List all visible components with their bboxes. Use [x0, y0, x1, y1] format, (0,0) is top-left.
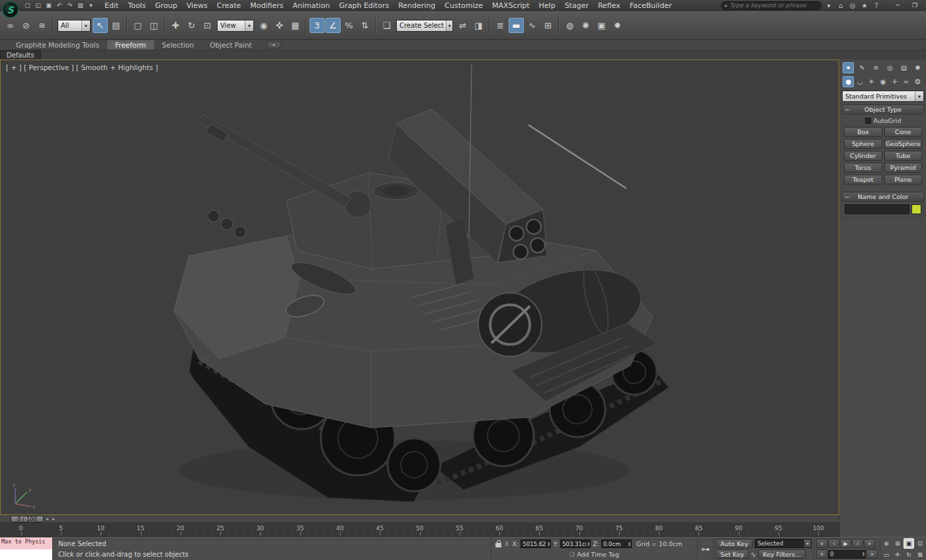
- time-step-forward-button[interactable]: ▸: [50, 516, 57, 522]
- absolute-mode-icon[interactable]: ⠿: [505, 541, 509, 547]
- select-and-scale-icon[interactable]: ⊡: [200, 18, 215, 33]
- add-time-tag-button[interactable]: Add Time Tag: [577, 551, 619, 558]
- menu-views[interactable]: Views: [182, 1, 212, 10]
- menu-tools[interactable]: Tools: [123, 1, 150, 10]
- render-setup-icon[interactable]: ✺: [578, 18, 593, 33]
- time-slider-handle[interactable]: 0 / 100: [11, 516, 44, 522]
- schematic-view-icon[interactable]: ⊞: [540, 18, 556, 33]
- infocenter-dropdown-icon[interactable]: ▾: [823, 2, 834, 9]
- category-lights[interactable]: ☀: [866, 76, 877, 87]
- tab-hierarchy[interactable]: ≋: [870, 62, 882, 73]
- snaps-toggle-icon[interactable]: 3: [310, 18, 325, 33]
- create-geosphere-button[interactable]: GeoSphere: [884, 139, 923, 149]
- bind-to-space-warp-icon[interactable]: ≋: [34, 18, 50, 33]
- ribbon-options-button[interactable]: ▾: [267, 41, 281, 48]
- ribbon-tab-selection[interactable]: Selection: [154, 40, 202, 50]
- set-keys-button[interactable]: ⊶: [697, 538, 713, 560]
- create-cone-button[interactable]: Cone: [884, 127, 923, 137]
- create-tube-button[interactable]: Tube: [884, 151, 923, 161]
- maximize-viewport-icon[interactable]: ⊠: [915, 549, 925, 560]
- align-icon[interactable]: ◨: [471, 18, 486, 33]
- selection-filter-dropdown[interactable]: All▼: [58, 20, 91, 32]
- selection-lock-icon[interactable]: [495, 543, 501, 547]
- tab-create[interactable]: ✦: [843, 62, 854, 73]
- zoom-extents-all-icon[interactable]: ⊡: [915, 538, 925, 549]
- create-selection-set-dropdown[interactable]: Create Selection S▼: [396, 20, 453, 32]
- z-coordinate-field[interactable]: [602, 541, 628, 547]
- render-production-icon[interactable]: ✹: [610, 18, 625, 33]
- layer-explorer-icon[interactable]: ≣: [493, 18, 508, 33]
- create-teapot-button[interactable]: Teapot: [844, 175, 882, 184]
- rendered-frame-window-icon[interactable]: ▣: [594, 18, 609, 33]
- category-space-warps[interactable]: ≈: [901, 76, 912, 87]
- menu-reflex[interactable]: Reflex: [593, 1, 625, 10]
- project-folder-icon[interactable]: ▧: [75, 2, 85, 9]
- spinner-down-icon[interactable]: ▼: [548, 544, 550, 547]
- menu-customize[interactable]: Customize: [440, 1, 487, 10]
- y-coordinate-field[interactable]: [561, 541, 587, 547]
- named-selection-sets-icon[interactable]: ❏: [379, 18, 394, 33]
- goto-start-button[interactable]: «: [816, 539, 827, 548]
- spinner-down-icon[interactable]: ▼: [628, 544, 630, 547]
- menu-stager[interactable]: Stager: [560, 1, 593, 10]
- category-shapes[interactable]: ◡: [855, 76, 866, 87]
- play-button[interactable]: ▶: [840, 539, 851, 548]
- menu-facebuilder[interactable]: FaceBuilder: [625, 1, 677, 10]
- tab-utilities[interactable]: ✱: [912, 62, 923, 73]
- ribbon-toggle-icon[interactable]: ▬: [509, 18, 524, 33]
- listener-macro-line[interactable]: Max to Physic: [0, 538, 52, 549]
- mirror-icon[interactable]: ⇌: [455, 18, 470, 33]
- select-and-move-icon[interactable]: ✚: [168, 18, 183, 33]
- defaults-tab[interactable]: Defaults: [0, 50, 41, 60]
- favorites-star-icon[interactable]: ★: [859, 2, 870, 9]
- pan-icon[interactable]: ✛: [892, 549, 903, 560]
- tab-motion[interactable]: ◎: [884, 62, 896, 73]
- default-tangents-icon[interactable]: ∿: [751, 551, 756, 558]
- viewport-label[interactable]: [ + ] [ Perspective ] [ Smooth + Highlig…: [6, 63, 158, 71]
- undo-icon[interactable]: ↶: [54, 2, 64, 9]
- primitives-dropdown[interactable]: Standard Primitives ▼: [842, 91, 924, 102]
- ribbon-tab-object-paint[interactable]: Object Paint: [202, 40, 260, 50]
- communication-center-icon[interactable]: ◎: [847, 2, 858, 9]
- select-object-icon[interactable]: ↖: [93, 18, 108, 33]
- select-and-rotate-icon[interactable]: ↻: [184, 18, 199, 33]
- menu-graph-editors[interactable]: Graph Editors: [335, 1, 394, 10]
- sign-in-icon[interactable]: ⌂: [835, 2, 846, 9]
- use-pivot-center-icon[interactable]: ◉: [256, 18, 271, 33]
- redo-icon[interactable]: ↷: [65, 2, 75, 9]
- previous-key-button[interactable]: «: [816, 549, 827, 559]
- key-mode-dropdown[interactable]: Selected ▼: [755, 539, 812, 548]
- autogrid-checkbox[interactable]: [865, 118, 871, 124]
- help-icon[interactable]: ?: [871, 2, 882, 9]
- create-pyramid-button[interactable]: Pyramid: [884, 163, 923, 173]
- select-and-manipulate-icon[interactable]: ✜: [272, 18, 287, 33]
- object-color-swatch[interactable]: [911, 204, 921, 214]
- category-cameras[interactable]: ◉: [878, 76, 889, 87]
- previous-frame-button[interactable]: ‹: [828, 539, 839, 548]
- orbit-icon[interactable]: ↻: [904, 549, 914, 560]
- name-color-rollout-header[interactable]: − Name and Color: [842, 192, 924, 202]
- zoom-region-icon[interactable]: ▭: [881, 549, 892, 560]
- select-by-name-icon[interactable]: ▤: [108, 18, 124, 33]
- spinner-snap-icon[interactable]: ⇅: [357, 18, 372, 33]
- menu-maxscript[interactable]: MAXScript: [487, 1, 534, 10]
- ribbon-tab-graphite-modeling-tools[interactable]: Graphite Modeling Tools: [8, 40, 107, 50]
- search-go-icon[interactable]: ▸: [725, 3, 728, 9]
- object-name-field[interactable]: [845, 204, 909, 214]
- zoom-icon[interactable]: ⊕: [881, 538, 892, 549]
- time-step-back-button[interactable]: ◂: [44, 516, 50, 522]
- window-crossing-icon[interactable]: ◫: [146, 18, 161, 33]
- percent-snap-icon[interactable]: %: [341, 18, 357, 33]
- set-key-button[interactable]: Set Key: [716, 549, 749, 559]
- menu-edit[interactable]: Edit: [100, 1, 123, 10]
- tab-modify[interactable]: ✎: [857, 62, 868, 73]
- material-editor-icon[interactable]: ◍: [562, 18, 577, 33]
- new-scene-icon[interactable]: ▢: [22, 2, 32, 9]
- menu-create[interactable]: Create: [212, 1, 246, 10]
- zoom-extents-icon[interactable]: ▣: [904, 538, 914, 549]
- next-key-button[interactable]: »: [866, 549, 878, 559]
- current-frame-field[interactable]: [829, 551, 863, 557]
- menu-modifiers[interactable]: Modifiers: [245, 1, 288, 10]
- menu-help[interactable]: Help: [534, 1, 560, 10]
- app-logo-icon[interactable]: S: [2, 1, 19, 18]
